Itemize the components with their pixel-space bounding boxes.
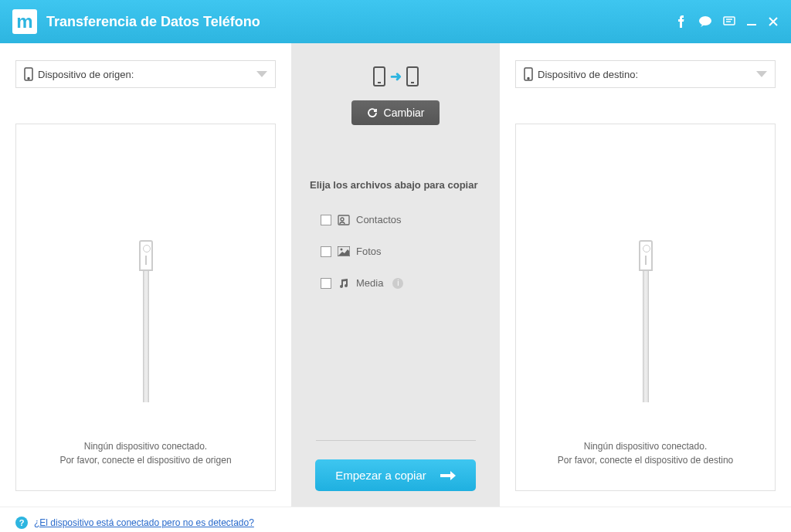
app-header: m Transferencia de Datos Teléfono <box>0 0 791 43</box>
photos-icon <box>338 246 350 256</box>
photos-checkbox[interactable] <box>321 246 331 257</box>
file-type-list: Contactos Fotos Media i <box>307 214 484 309</box>
help-link[interactable]: ¿El dispositivo está conectado pero no e… <box>34 517 254 528</box>
phone-icon <box>524 67 533 81</box>
main-content: Dispositivo de origen: Ningún dispositiv… <box>0 43 791 507</box>
close-icon[interactable] <box>768 16 779 27</box>
app-logo: m <box>12 9 37 34</box>
arrow-right-icon: ➜ <box>390 68 402 85</box>
destination-no-device-message: Ningún dispositivo conectado. Por favor,… <box>558 439 733 467</box>
feedback-icon[interactable] <box>723 15 735 28</box>
phone-icon <box>24 67 33 81</box>
info-icon[interactable]: i <box>392 278 403 289</box>
file-item-photos: Fotos <box>321 246 484 257</box>
usb-cable-icon <box>639 240 653 402</box>
minimize-icon[interactable] <box>746 16 757 27</box>
phone-icon <box>373 66 385 86</box>
svg-point-10 <box>341 218 344 221</box>
arrow-right-icon <box>440 471 456 480</box>
swap-button[interactable]: Cambiar <box>351 100 440 125</box>
source-device-select[interactable]: Dispositivo de origen: <box>15 60 276 88</box>
photos-label: Fotos <box>356 246 382 257</box>
facebook-icon[interactable] <box>675 15 687 28</box>
destination-panel: Dispositivo de destino: Ningún dispositi… <box>500 43 791 507</box>
svg-rect-1 <box>724 17 735 25</box>
media-icon <box>338 278 350 289</box>
chevron-down-icon <box>256 71 267 77</box>
transfer-direction-icon: ➜ <box>373 66 419 86</box>
usb-cable-icon <box>139 240 153 402</box>
contacts-checkbox[interactable] <box>321 215 331 225</box>
contacts-label: Contactos <box>356 214 402 225</box>
svg-point-0 <box>699 16 711 25</box>
choose-files-title: Elija los archivos abajo para copiar <box>307 179 477 191</box>
center-panel: ➜ Cambiar Elija los archivos abajo para … <box>291 43 500 507</box>
svg-point-8 <box>28 78 29 80</box>
footer: ? ¿El dispositivo está conectado pero no… <box>0 507 791 532</box>
file-item-contacts: Contactos <box>321 214 484 225</box>
contacts-icon <box>338 215 350 225</box>
chat-icon[interactable] <box>698 15 712 28</box>
chevron-down-icon <box>756 71 767 77</box>
source-panel: Dispositivo de origen: Ningún dispositiv… <box>0 43 291 507</box>
start-copy-button[interactable]: Empezar a copiar <box>315 459 476 491</box>
svg-rect-13 <box>440 474 451 477</box>
destination-device-label: Dispositivo de destino: <box>538 69 756 80</box>
svg-point-12 <box>341 249 343 251</box>
destination-device-select[interactable]: Dispositivo de destino: <box>515 60 776 88</box>
source-no-device-message: Ningún dispositivo conectado. Por favor,… <box>59 439 231 467</box>
swap-button-label: Cambiar <box>384 107 425 119</box>
source-device-label: Dispositivo de origen: <box>38 69 256 80</box>
svg-point-15 <box>528 78 529 80</box>
media-checkbox[interactable] <box>321 278 331 289</box>
media-label: Media <box>356 277 383 289</box>
app-title: Transferencia de Datos Teléfono <box>46 14 675 30</box>
source-device-box: Ningún dispositivo conectado. Por favor,… <box>15 124 276 491</box>
divider <box>316 440 476 441</box>
phone-icon <box>406 66 419 86</box>
refresh-icon <box>367 107 378 118</box>
help-icon: ? <box>15 517 28 529</box>
file-item-media: Media i <box>321 277 484 289</box>
header-actions <box>675 15 779 28</box>
start-copy-label: Empezar a copiar <box>335 469 426 482</box>
destination-device-box: Ningún dispositivo conectado. Por favor,… <box>515 124 776 491</box>
